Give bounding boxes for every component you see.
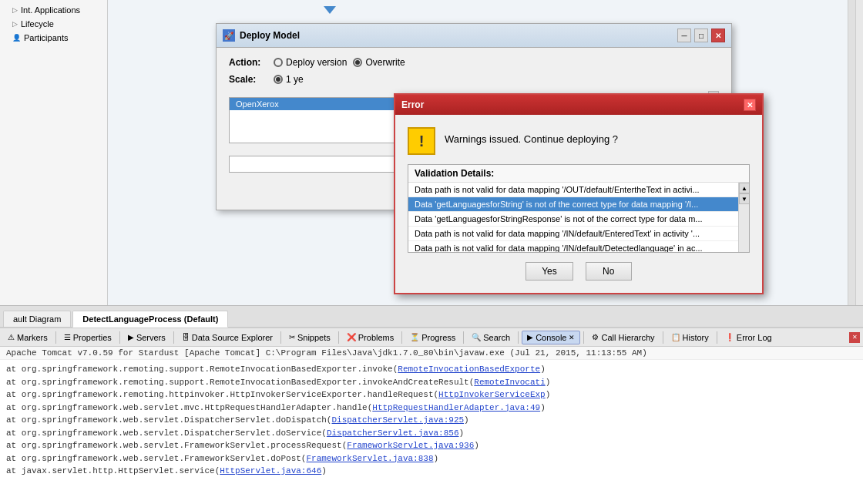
right-panel-collapse[interactable] <box>855 0 863 305</box>
console-link-1[interactable]: RemoteInvocati <box>474 378 545 387</box>
sidebar-item-label: Lifecycle <box>21 19 54 29</box>
validation-item-3[interactable]: Data path is not valid for data mapping … <box>408 227 738 241</box>
error-dialog-close-btn[interactable]: ✕ <box>744 99 756 111</box>
error-message-text: Warnings issued. Continue deploying ? <box>445 127 618 145</box>
deploy-version-label: Deploy version <box>286 57 347 68</box>
deploy-version-option[interactable]: Deploy version <box>274 57 347 68</box>
scale-radio[interactable] <box>274 75 283 84</box>
validation-box: Validation Details: Data path is not val… <box>408 164 750 253</box>
toolbar-history[interactable]: 📋 History <box>667 331 714 344</box>
sidebar-item-participants[interactable]: 👤 Participants <box>0 31 107 45</box>
toolbar-sep-6 <box>401 331 402 344</box>
error-message-row: ! Warnings issued. Continue deploying ? <box>408 127 750 155</box>
sidebar-item-label: Int. Applications <box>21 5 80 15</box>
action-label: Action: <box>229 57 267 68</box>
toolbar-data-source[interactable]: 🗄 Data Source Explorer <box>177 331 277 344</box>
validation-scroll-up[interactable]: ▲ <box>739 183 749 193</box>
scale-option[interactable]: 1 ye <box>274 74 304 85</box>
validation-item-0[interactable]: Data path is not valid for data mapping … <box>408 183 738 197</box>
dialog-titlebar-left: 🚀 Deploy Model <box>223 29 300 42</box>
toolbar-sep-3 <box>173 331 174 344</box>
toolbar-search[interactable]: 🔍 Search <box>467 331 515 344</box>
toolbar-console[interactable]: ▶ Console ✕ <box>522 331 580 344</box>
history-icon: 📋 <box>671 333 680 341</box>
dialog-minimize-btn[interactable]: ─ <box>677 29 691 42</box>
console-link-8[interactable]: HttpServlet.java:646 <box>220 466 321 475</box>
deploy-dialog-titlebar: 🚀 Deploy Model ─ □ ✕ <box>217 24 731 48</box>
sidebar-item-int-applications[interactable]: ▷ Int. Applications <box>0 3 107 17</box>
validation-item-1[interactable]: Data 'getLanguagesforString' is not of t… <box>408 197 738 212</box>
error-dialog: Error ✕ ! Warnings issued. Continue depl… <box>394 93 764 294</box>
console-link-6[interactable]: FrameworkServlet.java:936 <box>347 441 474 450</box>
toolbar-properties[interactable]: ☰ Properties <box>59 331 116 344</box>
validation-item-4[interactable]: Data path is not valid for data mapping … <box>408 241 738 252</box>
toolbar-markers[interactable]: ⚠ Markers <box>3 331 52 344</box>
servers-icon: ▶ <box>128 333 134 341</box>
console-link-4[interactable]: DispatcherServlet.java:925 <box>331 415 464 425</box>
deploy-model-dialog: 🚀 Deploy Model ─ □ ✕ Action: <box>216 23 732 210</box>
no-button[interactable]: No <box>586 262 632 281</box>
expand-icon: 👤 <box>12 34 21 42</box>
toolbar-servers[interactable]: ▶ Servers <box>123 331 170 344</box>
console-line-7: at org.springframework.web.servlet.Frame… <box>6 452 857 465</box>
console-prefix-1: at org.springframework.remoting.support.… <box>6 378 474 387</box>
console-prefix-0: at org.springframework.remoting.support.… <box>6 365 398 374</box>
console-link-0[interactable]: RemoteInvocationBasedExporte <box>398 365 540 374</box>
toolbar-call-hierarchy[interactable]: ⚙ Call Hierarchy <box>587 331 659 344</box>
console-prefix-8: at javax.servlet.http.HttpServlet.servic… <box>6 466 220 475</box>
console-header: Apache Tomcat v7.0.59 for Stardust [Apac… <box>0 347 863 360</box>
search-icon: 🔍 <box>472 333 481 341</box>
validation-scrollbar[interactable]: ▲ ▼ <box>738 183 749 252</box>
console-line-1: at org.springframework.remoting.support.… <box>6 376 857 389</box>
sidebar: ▷ Int. Applications ▷ Lifecycle 👤 Partic… <box>0 0 108 305</box>
console-line-2: at org.springframework.remoting.httpinvo… <box>6 388 857 402</box>
console-prefix-3: at org.springframework.web.servlet.mvc.H… <box>6 403 372 412</box>
properties-label: Properties <box>73 333 112 342</box>
validation-list[interactable]: Data path is not valid for data mapping … <box>408 183 749 252</box>
console-link-3[interactable]: HttpRequestHandlerAdapter.java:49 <box>372 403 540 412</box>
resize-handle[interactable] <box>848 0 855 305</box>
action-row: Action: Deploy version Overwrite <box>229 57 719 68</box>
search-label: Search <box>483 333 510 342</box>
validation-scroll-down[interactable]: ▼ <box>739 193 749 204</box>
toolbar-sep-8 <box>518 331 519 344</box>
toolbar-progress[interactable]: ⏳ Progress <box>405 331 460 344</box>
console-line-3: at org.springframework.web.servlet.mvc.H… <box>6 402 857 415</box>
toolbar-sep-1 <box>55 331 56 344</box>
toolbar-sep-11 <box>717 331 717 344</box>
call-hierarchy-label: Call Hierarchy <box>601 333 654 342</box>
call-hierarchy-icon: ⚙ <box>592 333 599 341</box>
problems-label: Problems <box>358 333 394 342</box>
overwrite-radio[interactable] <box>353 58 362 67</box>
error-dialog-titlebar: Error ✕ <box>395 95 762 115</box>
dialog-maximize-btn[interactable]: □ <box>694 29 708 42</box>
toolbar-sep-9 <box>583 331 584 344</box>
deploy-dialog-close-btn[interactable]: ✕ <box>711 29 725 42</box>
console-panel-close[interactable]: ✕ <box>849 332 860 343</box>
sidebar-item-label: Participants <box>24 33 68 42</box>
toolbar-error-log[interactable]: ❗ Error Log <box>720 331 777 344</box>
progress-label: Progress <box>421 333 455 342</box>
overwrite-option[interactable]: Overwrite <box>353 57 405 68</box>
toolbar-problems[interactable]: ❌ Problems <box>342 331 398 344</box>
console-label: Console <box>536 333 566 342</box>
toolbar-snippets[interactable]: ✂ Snippets <box>284 331 335 344</box>
console-prefix-4: at org.springframework.web.servlet.Dispa… <box>6 415 331 425</box>
sidebar-item-lifecycle[interactable]: ▷ Lifecycle <box>0 17 107 31</box>
console-link-2[interactable]: HttpInvokerServiceExp <box>438 390 546 399</box>
tab-default-diagram[interactable]: ault Diagram <box>3 311 71 327</box>
validation-item-2[interactable]: Data 'getLanguagesforStringResponse' is … <box>408 212 738 227</box>
ide-main: ▷ Int. Applications ▷ Lifecycle 👤 Partic… <box>0 0 863 305</box>
snippets-icon: ✂ <box>289 333 295 341</box>
console-line-0: at org.springframework.remoting.support.… <box>6 363 857 376</box>
console-prefix-5: at org.springframework.web.servlet.Dispa… <box>6 428 327 438</box>
console-link-5[interactable]: DispatcherServlet.java:856 <box>327 428 459 438</box>
console-tab-close[interactable]: ✕ <box>569 334 575 341</box>
diagram-area[interactable]: 🚀 Deploy Model ─ □ ✕ Action: <box>108 0 855 305</box>
yes-button[interactable]: Yes <box>526 262 573 281</box>
tab-detect-language[interactable]: DetectLanguageProcess (Default) <box>72 311 228 328</box>
console-link-7[interactable]: FrameworkServlet.java:838 <box>306 454 433 463</box>
toolbar-sep-2 <box>119 331 120 344</box>
deploy-version-radio[interactable] <box>274 58 283 67</box>
snippets-label: Snippets <box>297 333 331 342</box>
